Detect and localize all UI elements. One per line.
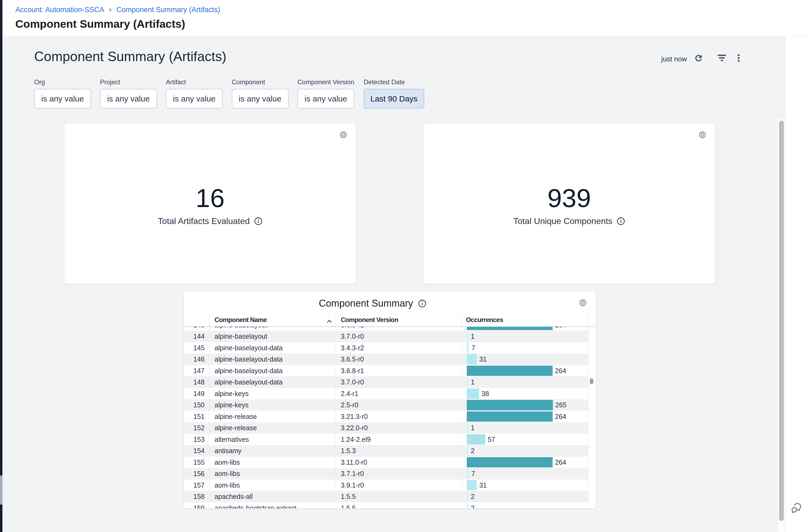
occurrence-bar xyxy=(467,331,468,342)
row-index: 144 xyxy=(184,330,205,342)
occurrence-bar xyxy=(467,503,468,509)
cell-component-name: alpine-baselayout-data xyxy=(214,342,283,354)
table-row-153[interactable]: 153alternatives1.24-2.el957 xyxy=(184,434,588,445)
table-row-156[interactable]: 156aom-libs3.7.1-r07 xyxy=(184,468,588,479)
row-index: 156 xyxy=(184,468,205,479)
help-chat-button[interactable] xyxy=(791,502,803,514)
table-header: Component Name Component Version Occurre… xyxy=(184,316,596,324)
cell-component-name: alpine-baselayout-data xyxy=(214,354,283,365)
cell-component-version: 3.7.1-r0 xyxy=(341,468,364,479)
tile-label-row: Total Unique Components xyxy=(423,216,715,226)
table-row-155[interactable]: 155aom-libs3.11.0-r0264 xyxy=(184,457,588,468)
cell-occurrences: 7 xyxy=(471,468,475,479)
breadcrumb-page-link[interactable]: Component Summary (Artifacts) xyxy=(116,6,220,14)
filter-value-component[interactable]: is any value xyxy=(232,89,289,109)
row-index: 143 xyxy=(184,327,205,330)
cell-component-name: apacheds-all xyxy=(214,491,253,502)
breadcrumb: Account: Automation-SSCA Component Summa… xyxy=(15,5,220,14)
globe-icon xyxy=(339,131,347,140)
page-header: Account: Automation-SSCA Component Summa… xyxy=(2,0,807,36)
filter-button[interactable] xyxy=(717,54,727,63)
cell-component-version: 3.9.1-r0 xyxy=(341,479,364,491)
cell-component-name: aom-libs xyxy=(214,468,240,479)
cell-component-version: 2.4-r1 xyxy=(341,388,358,400)
table-row-144[interactable]: 144alpine-baselayout3.7.0-r01 xyxy=(184,330,588,342)
row-index: 153 xyxy=(184,434,205,445)
cell-occurrences: 264 xyxy=(555,457,566,468)
filter-value-org[interactable]: is any value xyxy=(34,89,91,109)
column-header-occurrences[interactable]: Occurrences xyxy=(466,316,503,324)
tile-label: Total Unique Components xyxy=(513,216,612,226)
info-icon[interactable] xyxy=(418,299,426,308)
table-row-158[interactable]: 158apacheds-all1.5.52 xyxy=(184,491,588,502)
cell-occurrences: 57 xyxy=(488,434,495,445)
page-title: Component Summary (Artifacts) xyxy=(15,18,185,31)
table-row-152[interactable]: 152alpine-release3.22.0-r01 xyxy=(184,422,588,434)
occurrence-bar xyxy=(467,377,468,387)
filter-label-component-version: Component Version xyxy=(297,78,354,86)
breadcrumb-chevron-icon xyxy=(108,8,112,12)
dashboard-scrollbar-thumb[interactable] xyxy=(779,120,784,521)
info-icon[interactable] xyxy=(254,217,263,225)
occurrence-bar xyxy=(467,480,477,491)
cell-occurrences: 7 xyxy=(471,342,475,354)
tile-label-row: Total Artifacts Evaluated xyxy=(64,216,356,226)
cell-occurrences: 264 xyxy=(555,365,566,377)
cell-component-version: 3.6.8-r1 xyxy=(341,365,364,377)
refresh-button[interactable] xyxy=(694,54,703,64)
row-index: 145 xyxy=(184,342,205,354)
table-row-145[interactable]: 145alpine-baselayout-data3.4.3-r27 xyxy=(184,342,588,354)
side-rail-scroll-thumb[interactable] xyxy=(0,475,2,505)
dashboard-actions-kebab-button[interactable] xyxy=(736,54,741,64)
filter-label-artifact: Artifact xyxy=(166,78,186,86)
breadcrumb-account-link[interactable]: Account: Automation-SSCA xyxy=(15,6,104,14)
occurrence-bar xyxy=(467,423,468,433)
tile-total-unique-components: 939 Total Unique Components xyxy=(423,124,715,284)
info-icon[interactable] xyxy=(617,217,625,225)
table-row-150[interactable]: 150alpine-keys2.5-r0265 xyxy=(184,399,588,411)
filter-value-artifact[interactable]: is any value xyxy=(166,89,223,109)
filter-label-detected-date: Detected Date xyxy=(364,78,405,86)
tile-total-artifacts: 16 Total Artifacts Evaluated xyxy=(64,124,356,284)
table-row-149[interactable]: 149alpine-keys2.4-r138 xyxy=(184,388,588,400)
column-header-component-version[interactable]: Component Version xyxy=(341,316,398,324)
right-gutter xyxy=(786,37,807,532)
cell-occurrences: 38 xyxy=(482,388,489,400)
filter-label-component: Component xyxy=(232,78,265,86)
row-index: 155 xyxy=(184,457,205,468)
column-header-component-name[interactable]: Component Name xyxy=(214,316,267,324)
cell-component-version: 1.24-2.el9 xyxy=(341,434,371,445)
cell-component-version: 3.11.0-r0 xyxy=(341,457,367,468)
dashboard-title: Component Summary (Artifacts) xyxy=(34,49,226,64)
occurrence-bar xyxy=(467,469,469,479)
cell-occurrences: 264 xyxy=(555,411,566,422)
table-row-154[interactable]: 154antisamy1.5.32 xyxy=(184,445,588,457)
cell-component-version: 3.6.5-r0 xyxy=(341,354,364,365)
filter-value-detected-date[interactable]: Last 90 Days xyxy=(364,89,424,109)
cell-component-name: alpine-release xyxy=(214,411,257,422)
table-row-148[interactable]: 148alpine-baselayout-data3.7.0-r01 xyxy=(184,376,588,388)
cell-component-version: 3.6.8-r1 xyxy=(341,327,364,330)
cell-component-version: 3.7.0-r0 xyxy=(341,376,364,388)
table-row-147[interactable]: 147alpine-baselayout-data3.6.8-r1264 xyxy=(184,365,588,377)
table-row-157[interactable]: 157aom-libs3.9.1-r031 xyxy=(184,479,588,491)
row-index: 154 xyxy=(184,445,205,457)
cell-occurrences: 1 xyxy=(471,376,475,388)
table-row-146[interactable]: 146alpine-baselayout-data3.6.5-r031 xyxy=(184,354,588,365)
tile-value: 939 xyxy=(423,183,715,213)
filter-value-component-version[interactable]: is any value xyxy=(297,89,354,109)
cell-component-name: alpine-keys xyxy=(214,388,248,400)
row-index: 149 xyxy=(184,388,205,400)
column-divider xyxy=(335,327,336,508)
occurrence-bar xyxy=(467,354,477,364)
table-row-151[interactable]: 151alpine-release3.21.3-r0264 xyxy=(184,411,588,422)
table-row-143[interactable]: 143alpine-baselayout3.6.8-r1264 xyxy=(184,327,588,330)
refresh-icon xyxy=(694,54,703,63)
filter-value-project[interactable]: is any value xyxy=(100,89,157,109)
dashboard-scrollbar-track[interactable] xyxy=(777,119,786,532)
table-row-159[interactable]: 159apacheds-bootstrap-extract1.5.52 xyxy=(184,502,588,509)
table-scrollbar-thumb[interactable] xyxy=(590,378,593,384)
component-summary-table-card: Component Summary Component Name Compone… xyxy=(184,291,596,508)
cell-component-version: 3.22.0-r0 xyxy=(341,422,368,434)
cell-component-name: alpine-baselayout-data xyxy=(214,376,283,388)
